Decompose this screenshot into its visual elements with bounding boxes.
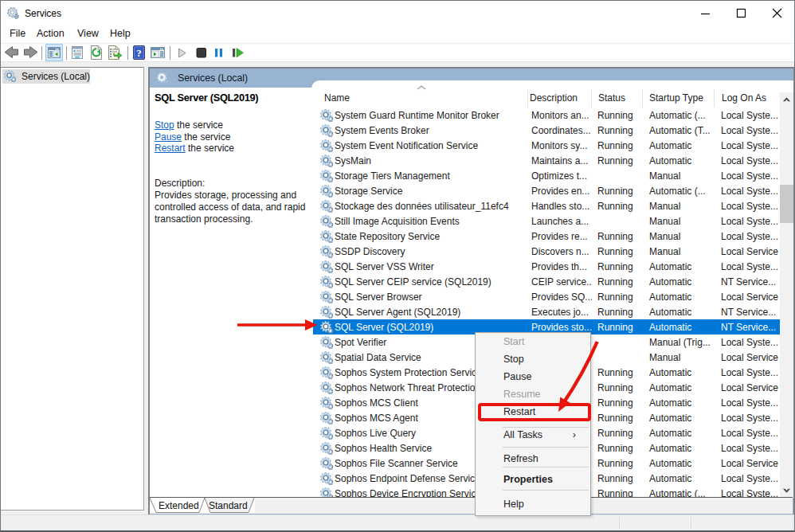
svg-text:?: ? (136, 47, 142, 59)
